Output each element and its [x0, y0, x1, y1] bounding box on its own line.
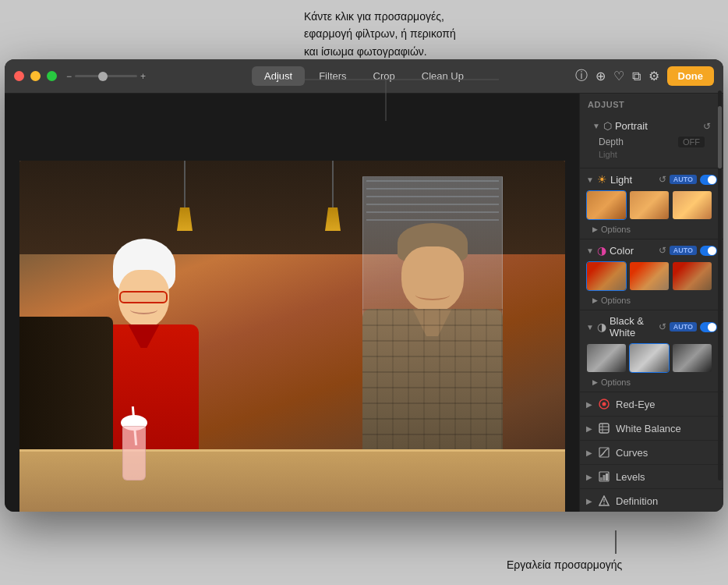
copy-icon[interactable]: ⧉: [632, 69, 641, 83]
bw-toggle[interactable]: [700, 322, 717, 332]
svg-point-6: [603, 402, 606, 406]
wb-icon: [597, 421, 611, 435]
right-panel: ADJUST ▼ ⬡ Portrait ↺ Depth OFF Light: [579, 94, 723, 512]
white-balance-item[interactable]: ▶ White Balance: [580, 417, 723, 441]
light-toggle[interactable]: [700, 175, 717, 185]
bw-section-header[interactable]: ▼ ◑ Black & White ↺ AUTO: [580, 310, 723, 342]
titlebar: − + Adjust Filters Crop Clean Up ⓘ ⊕ ♡ ⧉…: [5, 59, 723, 94]
bw-icon: ◑: [597, 321, 606, 333]
bw-thumb-inner-0: [587, 344, 626, 372]
definition-icon: [597, 494, 611, 508]
light-reset-icon[interactable]: ↺: [659, 174, 666, 185]
light-options-label: Options: [601, 225, 631, 234]
bw-thumb-1[interactable]: [629, 343, 670, 373]
panel-header: ADJUST: [580, 94, 723, 112]
color-icon: ◑: [597, 244, 606, 257]
light-thumb-0[interactable]: [586, 190, 627, 220]
color-thumb-inner-0: [587, 262, 626, 290]
curves-item[interactable]: ▶ Curves: [580, 441, 723, 465]
share-icon[interactable]: ⊕: [595, 69, 606, 83]
light-options[interactable]: ▶ Options: [580, 223, 723, 236]
traffic-lights: [14, 71, 57, 81]
bw-reset-icon[interactable]: ↺: [659, 321, 666, 332]
bottom-caption: Εργαλεία προσαρμογής: [507, 558, 622, 571]
color-section-header[interactable]: ▼ ◑ Color ↺ AUTO: [580, 239, 723, 260]
color-title: Color: [610, 245, 656, 257]
tab-adjust[interactable]: Adjust: [252, 66, 305, 86]
tools-icon[interactable]: ⚙: [648, 69, 659, 83]
color-options-label: Options: [601, 296, 631, 305]
color-thumbnail-strip: [580, 260, 723, 294]
color-options[interactable]: ▶ Options: [580, 294, 723, 307]
bw-thumbnail-strip: [580, 342, 723, 376]
pendant-lamp-1: [175, 161, 195, 231]
slider-track[interactable]: [75, 75, 137, 77]
bw-options[interactable]: ▶ Options: [580, 376, 723, 388]
red-eye-chevron: ▶: [586, 400, 592, 409]
favorite-icon[interactable]: ♡: [613, 69, 624, 83]
bw-section: ▼ ◑ Black & White ↺ AUTO: [580, 310, 723, 392]
levels-item[interactable]: ▶ Levels: [580, 465, 723, 489]
color-options-chevron: ▶: [592, 296, 598, 304]
scrollbar-thumb[interactable]: [718, 106, 722, 168]
red-eye-item[interactable]: ▶ Red-Eye: [580, 392, 723, 417]
light-thumb-1[interactable]: [629, 190, 670, 220]
levels-icon: [597, 470, 611, 484]
color-thumb-2[interactable]: [672, 261, 712, 291]
svg-rect-7: [599, 424, 609, 433]
levels-chevron: ▶: [586, 473, 592, 481]
curves-label: Curves: [616, 447, 717, 459]
tab-crop[interactable]: Crop: [361, 66, 408, 86]
wb-label: White Balance: [616, 423, 717, 434]
bw-thumb-inner-1: [630, 344, 669, 372]
bw-thumb-0[interactable]: [586, 343, 627, 373]
titlebar-right: ⓘ ⊕ ♡ ⧉ ⚙ Done: [575, 66, 715, 86]
callout-text: Κάντε κλικ για προσαρμογές, εφαρμογή φίλ…: [304, 8, 456, 60]
done-button[interactable]: Done: [667, 66, 715, 86]
red-eye-label: Red-Eye: [616, 399, 717, 410]
definition-item[interactable]: ▶ Definition: [580, 489, 723, 512]
tab-cleanup[interactable]: Clean Up: [409, 66, 476, 86]
scrollbar-track[interactable]: [718, 94, 722, 480]
portrait-reset-icon[interactable]: ↺: [703, 121, 711, 132]
portrait-section-header[interactable]: ▼ ⬡ Portrait ↺: [586, 115, 717, 135]
light-icon: ☀: [597, 173, 607, 186]
red-eye-icon: [597, 397, 611, 411]
bw-auto-badge: AUTO: [670, 322, 697, 332]
bw-options-label: Options: [601, 378, 631, 387]
close-button[interactable]: [14, 71, 24, 81]
color-thumb-1[interactable]: [629, 261, 670, 291]
info-icon[interactable]: ⓘ: [575, 68, 588, 84]
svg-point-18: [603, 503, 605, 505]
main-content: Portrait ADJUST ▼ ⬡ Portrait ↺ Depth: [5, 94, 723, 512]
color-toggle[interactable]: [700, 246, 717, 256]
depth-label: Depth: [599, 136, 672, 147]
svg-rect-13: [600, 477, 603, 480]
color-thumb-0[interactable]: [586, 261, 627, 291]
definition-label: Definition: [616, 495, 717, 507]
bw-thumb-2[interactable]: [672, 343, 712, 373]
minimize-button[interactable]: [30, 71, 41, 81]
color-thumb-inner-1: [630, 262, 669, 290]
pendant-lamp-2: [323, 161, 343, 231]
maximize-button[interactable]: [47, 71, 57, 81]
color-toggle-thumb: [708, 246, 716, 255]
woman-glasses: [119, 291, 168, 303]
bw-chevron: ▼: [586, 323, 594, 332]
table: [19, 449, 565, 512]
zoom-slider[interactable]: − +: [66, 71, 146, 82]
color-auto-badge: AUTO: [670, 246, 697, 255]
levels-label: Levels: [616, 471, 717, 483]
bw-title: Black & White: [610, 315, 656, 339]
zoom-in-icon: +: [140, 71, 146, 82]
light-thumb-2[interactable]: [672, 190, 712, 220]
bw-thumb-inner-2: [673, 344, 712, 372]
light-section: ▼ ☀ Light ↺ AUTO: [580, 168, 723, 239]
light-section-header[interactable]: ▼ ☀ Light ↺ AUTO: [580, 168, 723, 189]
light-thumb-inner-0: [587, 191, 626, 219]
light-thumb-inner-2: [673, 191, 712, 219]
app-window: − + Adjust Filters Crop Clean Up ⓘ ⊕ ♡ ⧉…: [5, 59, 723, 512]
toolbar-tabs: Adjust Filters Crop Clean Up: [252, 66, 476, 86]
tab-filters[interactable]: Filters: [306, 66, 359, 86]
color-reset-icon[interactable]: ↺: [659, 245, 666, 256]
